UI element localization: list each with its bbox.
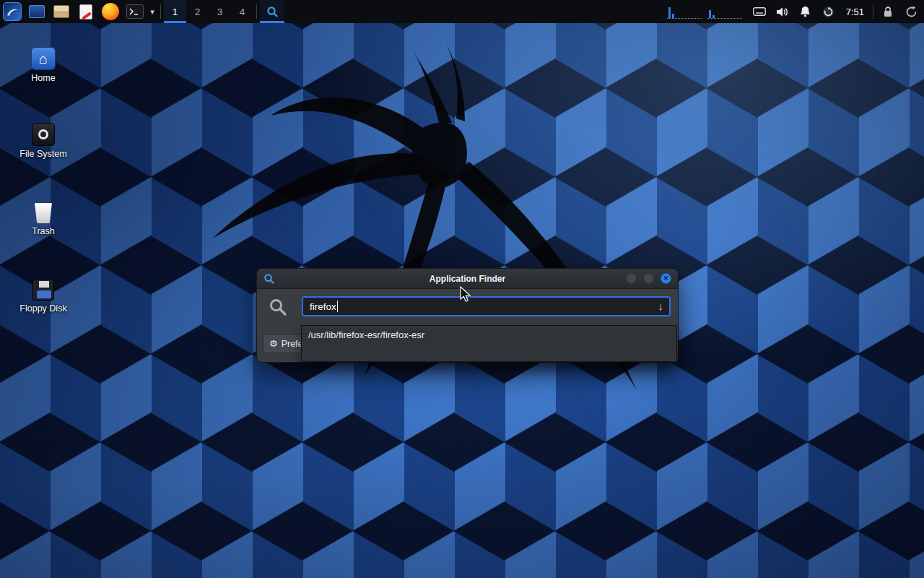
mouse-cursor	[459, 286, 474, 303]
minimize-button[interactable]	[626, 273, 637, 284]
taskbar-application-finder[interactable]	[260, 0, 284, 23]
volume-control[interactable]	[774, 0, 791, 23]
application-finder-icon	[266, 6, 279, 18]
notifications[interactable]	[797, 0, 814, 23]
window-launcher[interactable]	[25, 0, 49, 23]
kali-menu-icon	[3, 2, 22, 21]
screen-lock[interactable]	[879, 0, 897, 23]
file-system-icon	[32, 123, 55, 146]
completion-item[interactable]: /usr/lib/firefox-esr/firefox-esr	[302, 326, 676, 344]
panel-separator	[256, 4, 257, 19]
system-monitor-1[interactable]	[667, 4, 702, 19]
kali-menu-button[interactable]	[0, 0, 25, 23]
home-icon: ⌂	[31, 47, 56, 70]
system-monitor-2[interactable]	[707, 4, 742, 19]
system-tray: 7:51	[667, 0, 924, 23]
floppy-disk-icon	[32, 279, 54, 301]
keyboard-indicator[interactable]	[751, 0, 768, 23]
firefox-icon	[102, 3, 119, 20]
terminal-launcher[interactable]	[123, 0, 147, 23]
software-updates[interactable]	[820, 0, 837, 23]
maximize-button[interactable]	[643, 273, 654, 284]
workspace-2[interactable]: 2	[186, 0, 209, 23]
notifications-bell-icon	[800, 6, 811, 17]
terminal-icon	[126, 4, 144, 19]
volume-icon	[776, 7, 789, 17]
text-editor-launcher[interactable]	[74, 0, 98, 23]
workspace-switcher: 1 2 3 4	[164, 0, 253, 23]
firefox-launcher[interactable]	[98, 0, 123, 23]
desktop-icon-floppy-disk[interactable]: Floppy Disk	[9, 272, 78, 314]
window-title: Application Finder	[257, 274, 678, 284]
logout-icon	[905, 6, 918, 18]
updates-icon	[822, 6, 834, 18]
clock[interactable]: 7:51	[840, 7, 870, 17]
desktop-icon-label: Home	[9, 73, 78, 83]
desktop-icon-file-system[interactable]: File System	[9, 117, 78, 159]
dropdown-arrow-icon[interactable]: ↓	[658, 300, 664, 312]
window-icon	[29, 5, 45, 18]
desktop-icon-trash[interactable]: Trash	[9, 194, 78, 236]
desktop-icon-label: Floppy Disk	[9, 303, 78, 314]
chevron-down-icon[interactable]: ▾	[147, 7, 157, 17]
text-caret	[337, 301, 338, 312]
close-button[interactable]: ✕	[661, 273, 671, 284]
session-logout[interactable]	[902, 0, 920, 23]
file-manager-launcher[interactable]	[49, 0, 74, 23]
window-finder-icon	[263, 273, 275, 285]
text-editor-icon	[79, 4, 92, 20]
lock-icon	[883, 6, 893, 17]
search-input-value: firefox	[310, 301, 336, 312]
workspace-4[interactable]: 4	[231, 0, 253, 23]
search-input[interactable]: firefox ↓	[302, 296, 671, 316]
top-panel: ▾ 1 2 3 4	[0, 0, 924, 23]
search-icon	[269, 298, 287, 316]
trash-icon	[34, 203, 53, 223]
workspace-1[interactable]: 1	[164, 0, 186, 23]
desktop-icon-label: File System	[9, 149, 78, 159]
gear-icon: ⚙	[269, 338, 278, 349]
file-cabinet-icon	[53, 5, 69, 18]
panel-separator	[160, 4, 161, 19]
desktop-icon-home[interactable]: ⌂ Home	[9, 41, 78, 83]
completion-popup: /usr/lib/firefox-esr/firefox-esr	[301, 325, 677, 362]
desktop-icon-label: Trash	[9, 226, 78, 236]
keyboard-icon	[753, 7, 766, 16]
workspace-3[interactable]: 3	[209, 0, 231, 23]
panel-separator	[873, 4, 873, 19]
